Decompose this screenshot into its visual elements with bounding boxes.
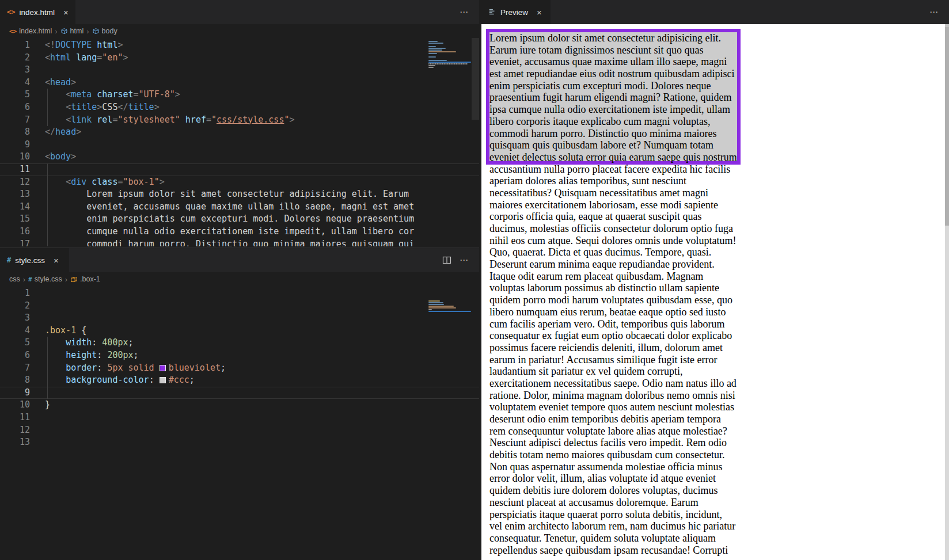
code-line[interactable]: 10} bbox=[0, 399, 479, 412]
code-line[interactable]: 6 height: 200px; bbox=[0, 349, 479, 362]
scrollbar-thumb[interactable] bbox=[945, 27, 949, 226]
code-line[interactable]: 1<!DOCTYPE html> bbox=[0, 39, 479, 52]
code-text: Lorem ipsum dolor sit amet consectetur a… bbox=[45, 188, 409, 201]
code-line[interactable]: 12 bbox=[0, 424, 479, 437]
split-editor-icon[interactable] bbox=[442, 256, 451, 265]
code-line[interactable]: 4<head> bbox=[0, 77, 479, 89]
code-line[interactable]: 4.box-1 { bbox=[0, 325, 479, 337]
symbol-element-icon bbox=[60, 28, 68, 35]
code-line[interactable]: 10<body> bbox=[0, 151, 479, 163]
code-line[interactable]: 3 bbox=[0, 312, 479, 325]
breadcrumb-label: css bbox=[9, 275, 20, 283]
tab-preview[interactable]: Preview × bbox=[481, 0, 551, 24]
preview-icon bbox=[488, 8, 496, 16]
code-line[interactable]: 3 bbox=[0, 64, 479, 77]
code-line[interactable]: 7 border: 5px solid blueviolet; bbox=[0, 362, 479, 375]
code-line[interactable]: 9 bbox=[0, 387, 479, 399]
editor-scrollbar[interactable] bbox=[472, 38, 479, 120]
tab-bar-preview: Preview × ⋯ bbox=[481, 0, 949, 24]
breadcrumb-item-box-1[interactable]: .box-1 bbox=[70, 275, 100, 283]
symbol-element-icon bbox=[92, 28, 100, 35]
code-text: cumque nulla odio exercitationem iste im… bbox=[45, 226, 414, 238]
code-line[interactable]: 8</head> bbox=[0, 126, 479, 139]
breadcrumb-item-css-folder[interactable]: css bbox=[9, 275, 20, 283]
code-text: width: 400px; bbox=[45, 337, 134, 349]
code-line[interactable]: 6 <title>CSS</title> bbox=[0, 101, 479, 114]
code-line[interactable]: 15 enim perspiciatis cum excepturi modi.… bbox=[0, 213, 479, 226]
close-icon[interactable]: × bbox=[63, 8, 69, 17]
code-text: .box-1 { bbox=[45, 325, 86, 337]
close-icon[interactable]: × bbox=[537, 8, 542, 17]
breadcrumb-label: html bbox=[70, 27, 84, 35]
css-file-icon: # bbox=[28, 276, 32, 283]
code-text: height: 200px; bbox=[45, 349, 139, 362]
tab-index-html[interactable]: <> index.html × bbox=[0, 0, 75, 24]
line-number: 11 bbox=[0, 163, 45, 176]
line-number: 8 bbox=[0, 374, 45, 387]
preview-editor-group: Preview × ⋯ Lorem ipsum dolor sit amet c… bbox=[481, 0, 949, 560]
minimap[interactable] bbox=[428, 300, 471, 313]
line-number: 17 bbox=[0, 238, 45, 247]
editor-group-style-css: # style.css × ⋯ css › # style.css bbox=[0, 247, 479, 560]
code-line[interactable]: 13 bbox=[0, 436, 479, 449]
more-actions-icon[interactable]: ⋯ bbox=[460, 7, 469, 17]
line-number: 14 bbox=[0, 201, 45, 214]
line-number: 4 bbox=[0, 77, 45, 89]
code-line[interactable]: 14 eveniet, accusamus quae maxime ullam … bbox=[0, 201, 479, 214]
code-text: enim perspiciatis cum excepturi modi. Do… bbox=[45, 213, 414, 226]
tab-bar-index-html: <> index.html × ⋯ bbox=[0, 0, 479, 24]
preview-scrollbar[interactable] bbox=[945, 24, 949, 560]
code-line[interactable]: 5 width: 400px; bbox=[0, 337, 479, 349]
breadcrumb-item-style-css[interactable]: # style.css bbox=[28, 275, 62, 283]
line-number: 6 bbox=[0, 101, 45, 114]
breadcrumb-item-html[interactable]: html bbox=[60, 27, 84, 35]
breadcrumb: <> index.html › html › body bbox=[0, 24, 479, 38]
code-line[interactable]: 11 bbox=[0, 412, 479, 424]
code-line[interactable]: 1 bbox=[0, 287, 479, 300]
tab-label: Preview bbox=[500, 8, 528, 17]
line-number: 13 bbox=[0, 188, 45, 201]
chevron-right-icon: › bbox=[55, 27, 57, 36]
tab-style-css[interactable]: # style.css × bbox=[0, 248, 69, 272]
tab-label: style.css bbox=[15, 256, 45, 265]
line-number: 12 bbox=[0, 424, 45, 437]
css-file-icon: # bbox=[7, 256, 11, 264]
code-line[interactable]: 9 bbox=[0, 139, 479, 151]
chevron-right-icon: › bbox=[23, 275, 25, 284]
more-actions-icon[interactable]: ⋯ bbox=[929, 7, 939, 17]
symbol-class-icon bbox=[70, 276, 78, 283]
code-editor-index-html[interactable]: 1<!DOCTYPE html>2<html lang="en">34<head… bbox=[0, 38, 479, 246]
minimap-text-block bbox=[428, 63, 468, 64]
code-line[interactable]: 8 background-color: #ccc; bbox=[0, 374, 479, 387]
breadcrumb-item-body[interactable]: body bbox=[92, 27, 117, 35]
code-line[interactable]: 7 <link rel="stylesheet" href="css/style… bbox=[0, 114, 479, 127]
code-text: border: 5px solid blueviolet; bbox=[45, 362, 226, 375]
breadcrumb-label: style.css bbox=[35, 275, 62, 283]
code-line[interactable]: 16 cumque nulla odio exercitationem iste… bbox=[0, 226, 479, 238]
line-number: 10 bbox=[0, 151, 45, 163]
code-line[interactable]: 2<html lang="en"> bbox=[0, 52, 479, 64]
preview-box-1: Lorem ipsum dolor sit amet consectetur a… bbox=[486, 29, 741, 165]
code-line[interactable]: 2 bbox=[0, 300, 479, 313]
breadcrumb-item-file[interactable]: <> index.html bbox=[9, 27, 52, 35]
line-number: 3 bbox=[0, 312, 45, 325]
line-number: 2 bbox=[0, 52, 45, 64]
line-number: 13 bbox=[0, 436, 45, 449]
code-line[interactable]: 17 commodi harum porro. Distinctio quo m… bbox=[0, 238, 479, 247]
minimap[interactable] bbox=[428, 40, 471, 68]
line-number: 10 bbox=[0, 399, 45, 412]
more-actions-icon[interactable]: ⋯ bbox=[460, 255, 469, 265]
chevron-right-icon: › bbox=[65, 275, 67, 284]
code-line[interactable]: 13 Lorem ipsum dolor sit amet consectetu… bbox=[0, 188, 479, 201]
line-number: 6 bbox=[0, 349, 45, 362]
code-editor-style-css[interactable]: 1234.box-1 {5 width: 400px;6 height: 200… bbox=[0, 286, 479, 560]
code-text: eveniet, accusamus quae maxime ullam ill… bbox=[45, 201, 414, 214]
breadcrumb: css › # style.css › .box-1 bbox=[0, 272, 479, 286]
line-number: 12 bbox=[0, 176, 45, 189]
breadcrumb-label: body bbox=[102, 27, 117, 35]
close-icon[interactable]: × bbox=[54, 256, 59, 265]
code-line[interactable]: 11 bbox=[0, 163, 479, 176]
code-line[interactable]: 5 <meta charset="UTF-8"> bbox=[0, 89, 479, 101]
code-line[interactable]: 12 <div class="box-1"> bbox=[0, 176, 479, 189]
line-number: 7 bbox=[0, 362, 45, 375]
